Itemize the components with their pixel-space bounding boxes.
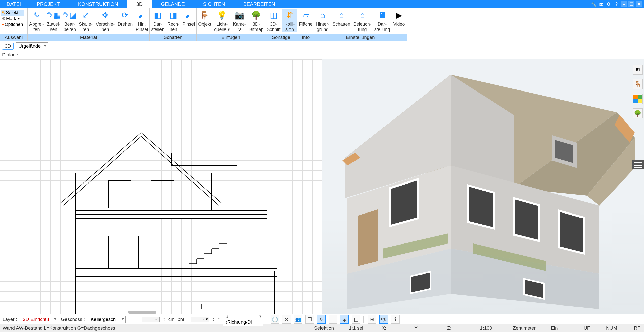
house-3d-render — [332, 67, 635, 309]
menu-sichten[interactable]: SICHTEN — [194, 0, 234, 8]
kamera-button[interactable]: 📷Kame- ra — [231, 9, 248, 32]
dl-combo[interactable]: dl (Richtung/Di — [223, 313, 263, 326]
info-icon[interactable]: ℹ — [391, 315, 400, 324]
optionen-button[interactable]: +Optionen — [1, 22, 24, 27]
record-icon[interactable]: ⊙ — [282, 315, 291, 324]
menu-3d[interactable]: 3D — [127, 0, 152, 8]
flaeche-button[interactable]: ▱Fläche — [297, 9, 314, 27]
unit-cm: cm — [168, 317, 175, 322]
schatten-settings-button[interactable]: ⌂Schatten — [331, 9, 352, 27]
window-minimize[interactable]: – — [621, 1, 627, 7]
svg-marker-48 — [390, 179, 418, 226]
svg-marker-50 — [514, 198, 539, 241]
skalieren-button[interactable]: ⤢Skalie- ren — [77, 9, 94, 32]
group-sonstige-label: Sonstige — [265, 34, 297, 41]
l-spinner[interactable]: ▲▼ — [163, 317, 165, 321]
status-rf: RF — [634, 325, 641, 331]
abgreifen-button[interactable]: ✎Abgrei- fen — [28, 9, 45, 32]
lichtquelle-button[interactable]: 💡Licht- quelle ▾ — [213, 9, 231, 32]
bottom-bar: Layer : 2D Einrichtu Geschoss : Kellerge… — [0, 314, 644, 324]
drehen-button[interactable]: ⟳Drehen — [116, 9, 134, 27]
menu-konstruktion[interactable]: KONSTRUKTION — [69, 0, 127, 8]
schnitt3d-button[interactable]: ◫3D- Schnitt — [265, 9, 282, 32]
menu-bearbeiten[interactable]: BEARBEITEN — [234, 0, 284, 8]
status-z: Z: — [447, 325, 465, 331]
tree-tool-icon[interactable]: 🌳 — [633, 108, 643, 118]
palette-icon[interactable] — [633, 94, 643, 104]
scrollbar-h-2d[interactable] — [128, 311, 156, 314]
people-icon[interactable]: 👥 — [294, 315, 302, 324]
mark-button[interactable]: ⚙Mark.▾ — [1, 16, 24, 22]
hatch-icon[interactable]: ▨ — [352, 315, 360, 324]
svg-rect-20 — [275, 271, 277, 314]
layer-combo[interactable]: 2D Einrichtu — [20, 316, 58, 323]
objekt-button[interactable]: 🪑Objekt — [197, 9, 213, 27]
lightbulb-icon: 💡 — [216, 9, 228, 21]
svg-rect-19 — [76, 276, 267, 314]
video-button[interactable]: ▶Video — [392, 9, 407, 27]
menu-projekt[interactable]: PROJEKT — [27, 0, 69, 8]
window-restore[interactable]: ❐ — [628, 1, 634, 7]
tool-help-icon[interactable]: ? — [613, 1, 619, 7]
chair-tool-icon[interactable]: 🪑 — [633, 79, 643, 89]
pane-3d[interactable] — [322, 59, 644, 314]
section-icon: ◫ — [268, 9, 280, 21]
north-icon[interactable]: Ⓝ — [379, 315, 388, 324]
verschieben-button[interactable]: ✥Verschie- ben — [94, 9, 116, 32]
status-selektion: Selektion — [314, 325, 334, 331]
layers-toggle-icon[interactable]: ≣ — [329, 315, 337, 324]
unit-deg: ° — [218, 317, 220, 322]
hin-pinsel-button[interactable]: 🖌Hin. Pinsel — [134, 9, 149, 32]
terrain-combo[interactable]: Urgelände — [16, 42, 48, 50]
group-schatten-label: Schatten — [150, 34, 196, 41]
phi-input[interactable] — [191, 317, 209, 322]
svg-rect-1 — [76, 173, 212, 211]
view-tag-3d[interactable]: 3D — [2, 43, 14, 50]
ribbon: ↖Selekt ⚙Mark.▾ +Optionen Auswahl ✎Abgre… — [0, 8, 644, 41]
phi-spinner[interactable]: ▲▼ — [212, 317, 215, 321]
plane-icon[interactable]: ◈ — [340, 315, 349, 324]
status-y: Y: — [414, 325, 432, 331]
status-unit: Zentimeter — [513, 325, 536, 331]
selekt-button[interactable]: ↖Selekt — [1, 10, 24, 16]
darstellen-button[interactable]: ◧Dar- stellen — [150, 9, 166, 32]
area-icon: ▱ — [300, 9, 312, 21]
geschoss-combo[interactable]: Kellergesch — [88, 316, 126, 323]
clock-icon[interactable]: 🕑 — [271, 315, 279, 324]
status-bar: Wand AW-Bestand L=Konstruktion G=Dachges… — [0, 324, 644, 332]
play-icon: ▶ — [393, 9, 405, 21]
pane-2d[interactable] — [0, 59, 322, 314]
scale-icon: ⤢ — [80, 9, 92, 21]
zuweisen-button[interactable]: ✎▦Zuwei- sen — [45, 9, 62, 32]
status-x: X: — [382, 325, 399, 331]
kollision-button[interactable]: ⇵Kolli- sion — [282, 9, 297, 32]
rechnen-button[interactable]: ◨Rech- nen — [166, 9, 181, 32]
tool-box-icon[interactable]: ▦ — [598, 1, 604, 7]
l-input[interactable] — [142, 317, 160, 322]
right-drawer-tab[interactable] — [632, 160, 644, 169]
tool-wrench-icon[interactable]: 🔧 — [591, 1, 597, 7]
beleuchtung-button[interactable]: ⌂Beleuch- tung — [352, 9, 373, 32]
cube-icon: ◧ — [152, 9, 164, 21]
hintergrund-button[interactable]: ⌂Hinter- grund — [314, 9, 331, 32]
chair-icon: 🪑 — [199, 9, 211, 21]
menu-gelaende[interactable]: GELÄNDE — [152, 0, 194, 8]
menu-datei[interactable]: DATEI — [0, 0, 27, 8]
window-close[interactable]: ✕ — [636, 1, 642, 7]
layers-icon[interactable]: ≋ — [633, 65, 643, 75]
copy-icon[interactable]: ❐ — [305, 315, 314, 324]
cube-calc-icon: ◨ — [167, 9, 179, 21]
bearbeiten-button[interactable]: ✎◪Bear- beiten — [62, 9, 77, 32]
stack-icon[interactable]: ◊ — [317, 315, 326, 324]
camera-icon: 📷 — [234, 9, 246, 21]
bitmap3d-button[interactable]: 🌳3D- Bitmap — [248, 9, 265, 32]
group-einfuegen-label: Einfügen — [197, 34, 265, 41]
svg-marker-51 — [559, 211, 584, 254]
right-tool-strip: ≋ 🪑 🌳 — [631, 65, 644, 118]
darstellung-button[interactable]: 🖥Dar- stellung — [373, 9, 392, 32]
tool-gear-icon[interactable]: ⚙ — [606, 1, 612, 7]
pinsel-button[interactable]: 🖌Pinsel — [181, 9, 196, 27]
grid-toggle-icon[interactable]: ⊞ — [368, 315, 376, 324]
move-icon: ✥ — [99, 9, 111, 21]
status-ein: Ein — [551, 325, 568, 331]
